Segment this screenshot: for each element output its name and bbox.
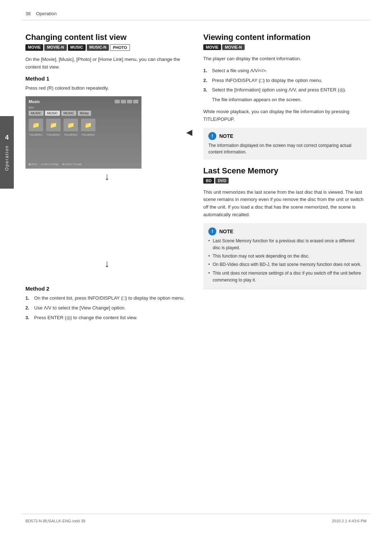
page-footer: BD572-N-BUSALLK-ENG.indd 38 2010.2.1 4:4… [25, 519, 367, 523]
screenshot-image: Music 60# MUSIC MUSIC MU [25, 96, 142, 169]
right-step-3: 3. Select the [Information] option using… [203, 86, 367, 94]
note2-icon: ! [208, 227, 216, 235]
right-steps-list: 1. Select a file using Λ/V/</>. 2. Press… [203, 67, 367, 104]
side-tab-number: 4 [5, 134, 9, 141]
r-step1-text: Select a file using Λ/V/</>. [212, 67, 367, 75]
right-badge-row: MOVIE MOVIE-N [203, 44, 367, 50]
note2-header: ! NOTE [208, 227, 362, 235]
step1-num: 1. [25, 295, 32, 302]
step3-text: Press ENTER (◎) to change the content li… [34, 314, 189, 322]
note2-bullets: Last Scene Memory function for a previou… [208, 238, 362, 284]
r-step3-text: Select the [Information] option using Λ/… [212, 86, 367, 94]
note1-header: ! NOTE [208, 132, 362, 140]
right-step-result: The file information appears on the scre… [203, 96, 367, 104]
note2-bullet-3: On BD-Video discs with BD-J, the last sc… [208, 261, 362, 268]
step3-num: 3. [25, 314, 32, 322]
right-section-title: Viewing content information [203, 33, 367, 42]
badge-bd: BD [203, 178, 214, 184]
r-step2-text: Press INFO/DISPLAY (□) to display the op… [212, 77, 367, 85]
page-header: 38 Operation [25, 11, 367, 16]
method1-text: Press red (R) colored button repeatedly. [25, 85, 189, 92]
right-column: Viewing content information MOVIE MOVIE-… [203, 25, 367, 512]
badge-movie-n: MOVIE-N [44, 44, 66, 51]
badge-music: MUSIC [68, 44, 86, 51]
right-footer-text: While movie playback, you can display th… [203, 108, 367, 123]
footer-left: BD572-N-BUSALLK-ENG.indd 38 [25, 519, 85, 523]
last-scene-text: This unit memorizes the last scene from … [203, 189, 367, 219]
last-scene-badge-row: BD DVD [203, 178, 367, 184]
r-step-result-text: The file information appears on the scre… [212, 96, 367, 104]
badge-movie: MOVIE [25, 44, 43, 51]
method2-step-1: 1. On the content list, press INFO/DISPL… [25, 295, 189, 302]
note-box-1: ! NOTE The information displayed on the … [203, 128, 367, 160]
side-tab-text: Operation [4, 145, 9, 171]
right-badge-movie: MOVIE [203, 44, 221, 50]
last-scene-title: Last Scene Memory [203, 166, 367, 176]
left-badge-row: MOVIE MOVIE-N MUSIC MUSIC-N PHOTO [25, 44, 189, 51]
down-arrow-1: ↓ [25, 172, 189, 182]
badge-music-n: MUSIC-N [87, 44, 109, 51]
step1-text: On the content list, press INFO/DISPLAY … [34, 295, 189, 302]
method2-heading: Method 2 [25, 286, 189, 292]
spacer2 [25, 271, 189, 286]
note1-text: The information displayed on the screen … [208, 142, 362, 155]
note2-bullet-1: Last Scene Memory function for a previou… [208, 238, 362, 251]
right-intro-text: The player can display the content infor… [203, 55, 367, 63]
r-step1-num: 1. [203, 67, 210, 75]
right-step-2: 2. Press INFO/DISPLAY (□) to display the… [203, 77, 367, 85]
r-step3-num: 3. [203, 86, 210, 94]
note1-title: NOTE [219, 133, 233, 139]
step2-text: Use Λ/V to select the [View Change] opti… [34, 304, 189, 312]
screenshot-container: Music 60# MUSIC MUSIC MU [25, 96, 189, 169]
method2-step-2: 2. Use Λ/V to select the [View Change] o… [25, 304, 189, 312]
note2-bullet-2: This function may not work depending on … [208, 253, 362, 260]
left-intro-text: On the [Movie], [Music], [Photo] or [Hom… [25, 56, 189, 71]
method2-step-3: 3. Press ENTER (◎) to change the content… [25, 314, 189, 322]
r-step-result-num [203, 96, 210, 104]
badge-photo: PHOTO [110, 44, 130, 51]
top-rule [22, 20, 370, 20]
page-number: 38 Operation [25, 11, 57, 16]
note1-icon: ! [208, 132, 216, 140]
down-arrow-2: ↓ [25, 259, 189, 269]
left-column: Changing content list view MOVIE MOVIE-N… [25, 25, 189, 512]
side-tab: 4 Operation [0, 116, 14, 189]
middle-spacer [25, 184, 189, 256]
note2-title: NOTE [219, 229, 233, 234]
bottom-rule [22, 514, 370, 514]
method1-heading: Method 1 [25, 75, 189, 82]
footer-right: 2010.2.1 4:43:6 PM [332, 519, 367, 523]
last-scene-section: Last Scene Memory BD DVD This unit memor… [203, 166, 367, 289]
r-step2-num: 2. [203, 77, 210, 85]
right-arrow-icon: ◀ [186, 128, 192, 137]
right-badge-movie-n: MOVIE-N [222, 44, 244, 50]
main-content: Changing content list view MOVIE MOVIE-N… [25, 25, 367, 512]
step2-num: 2. [25, 304, 32, 312]
right-step-1: 1. Select a file using Λ/V/</>. [203, 67, 367, 75]
method2-list: 1. On the content list, press INFO/DISPL… [25, 295, 189, 321]
note2-bullet-4: This unit does not memorize settings of … [208, 270, 362, 284]
left-section-title: Changing content list view [25, 33, 189, 42]
badge-dvd: DVD [215, 178, 229, 184]
note-box-2: ! NOTE Last Scene Memory function for a … [203, 223, 367, 289]
